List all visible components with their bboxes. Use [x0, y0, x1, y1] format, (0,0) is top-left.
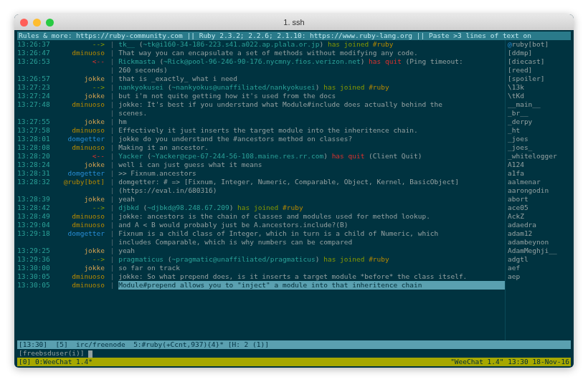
- nicklist-item[interactable]: adaedra: [508, 221, 571, 229]
- nicklist-item[interactable]: _derpy: [508, 118, 571, 126]
- message: scenes.: [118, 109, 505, 118]
- timestamp: 13:28:08: [17, 143, 59, 152]
- nicklist-item[interactable]: [diecast]: [508, 57, 571, 66]
- nick: -->: [59, 255, 106, 264]
- message: domgetter: # => [Fixnum, Integer, Numeri…: [118, 178, 505, 186]
- log-row: 13:30:05dminuoso | jokke: So what prepen…: [17, 272, 505, 281]
- nick: -->: [59, 204, 106, 212]
- nicklist-item[interactable]: [spoiler]: [508, 75, 571, 83]
- log-row: 13:28:08dminuoso | Making it an ancestor…: [17, 143, 505, 152]
- message: yeah: [118, 247, 505, 255]
- log-row: 13:26:47dminuoso | That way you can enca…: [17, 49, 505, 57]
- message: Yacker (~Yacker@cpe-67-244-56-108.maine.…: [118, 152, 505, 161]
- separator: |: [106, 178, 118, 186]
- message: Rickmasta (~Rick@pool-96-246-90-176.nycm…: [118, 57, 505, 66]
- separator: |: [106, 118, 118, 126]
- nicklist-item[interactable]: _joes: [508, 135, 571, 143]
- nicklist-item[interactable]: _ht: [508, 126, 571, 135]
- input-bar[interactable]: [freebsduser(i)]: [17, 349, 571, 358]
- log-row: 13:27:55jokke | hm: [17, 118, 505, 126]
- titlebar[interactable]: 1. ssh: [14, 14, 574, 30]
- timestamp: [17, 109, 59, 118]
- message: (https://eval.in/680316): [118, 186, 505, 195]
- nicklist-item[interactable]: [reed]: [508, 66, 571, 75]
- nicklist-item[interactable]: adgtl: [508, 255, 571, 264]
- log-row: 13:28:42--> | djbkd (~djbkd@98.248.67.20…: [17, 204, 505, 212]
- separator: |: [106, 204, 118, 212]
- message: hm: [118, 118, 505, 126]
- nick: jokke: [59, 75, 106, 83]
- timestamp: 13:28:32: [17, 178, 59, 186]
- separator: |: [106, 169, 118, 178]
- message: and A < B would probably just be A.ances…: [118, 221, 505, 229]
- nicklist-item[interactable]: [ddmp]: [508, 49, 571, 57]
- separator: |: [106, 143, 118, 152]
- message: >> Fixnum.ancestors: [118, 169, 505, 178]
- nicklist-item[interactable]: AdamMeghji__: [508, 247, 571, 255]
- message: jokke: ancestors is the chain of classes…: [118, 212, 505, 221]
- nick: [59, 66, 106, 75]
- nicklist-item[interactable]: abort: [508, 195, 571, 204]
- nicklist-item[interactable]: aarongodin: [508, 186, 571, 195]
- timestamp: [17, 66, 59, 75]
- nick: dminuoso: [59, 272, 106, 281]
- log-row: 13:30:05dminuoso | Module#prepend allows…: [17, 281, 505, 290]
- separator: |: [106, 264, 118, 272]
- timestamp: 13:28:24: [17, 161, 59, 169]
- log-row: 13:28:31domgetter | >> Fixnum.ancestors: [17, 169, 505, 178]
- nicklist-item[interactable]: a1fa: [508, 169, 571, 178]
- timestamp: 13:27:48: [17, 100, 59, 109]
- nicklist-item[interactable]: @ruby[bot]: [508, 40, 571, 49]
- log-row: 13:29:36--> | pragmaticus (~pragmatic@un…: [17, 255, 505, 264]
- nick: jokke: [59, 247, 106, 255]
- terminal-window: 1. ssh Rules & more: https://ruby-commun…: [14, 14, 574, 368]
- separator: |: [106, 152, 118, 161]
- log-row: | 260 seconds): [17, 66, 505, 75]
- nick: dminuoso: [59, 49, 106, 57]
- terminal-content[interactable]: Rules & more: https://ruby-community.com…: [14, 30, 574, 368]
- separator: |: [106, 247, 118, 255]
- separator: |: [106, 135, 118, 143]
- timestamp: 13:28:01: [17, 135, 59, 143]
- nicklist-item[interactable]: adambeynon: [508, 238, 571, 247]
- timestamp: 13:27:55: [17, 118, 59, 126]
- separator: |: [106, 255, 118, 264]
- separator: |: [106, 281, 118, 290]
- log-row: 13:27:58dminuoso | Effectively it just i…: [17, 126, 505, 135]
- log-row: 13:28:49dminuoso | jokke: ancestors is t…: [17, 212, 505, 221]
- nicklist-item[interactable]: aep: [508, 272, 571, 281]
- log-row: 13:28:32@ruby[bot] | domgetter: # => [Fi…: [17, 178, 505, 186]
- nick: dminuoso: [59, 143, 106, 152]
- nicklist-item[interactable]: AckZ: [508, 212, 571, 221]
- message: 260 seconds): [118, 66, 505, 75]
- nicklist-item[interactable]: __main__: [508, 100, 571, 109]
- nick: jokke: [59, 161, 106, 169]
- status-bar: [13:30] [5] irc/freenode 5:#ruby(+Ccnt,9…: [17, 340, 571, 349]
- nick: @ruby[bot]: [59, 178, 106, 186]
- nicklist-item[interactable]: aalmenar: [508, 178, 571, 186]
- timestamp: 13:28:39: [17, 195, 59, 204]
- nick: domgetter: [59, 135, 106, 143]
- chat-log[interactable]: 13:26:37--> | tk__ (~tk@i160-34-186-223.…: [17, 40, 505, 340]
- log-row: 13:28:20<-- | Yacker (~Yacker@cpe-67-244…: [17, 152, 505, 161]
- nicklist-item[interactable]: _br__: [508, 109, 571, 118]
- timestamp: 13:26:37: [17, 40, 59, 49]
- nicklist-item[interactable]: _whitelogger: [508, 152, 571, 161]
- nicklist-item[interactable]: aef: [508, 264, 571, 272]
- timestamp: 13:26:47: [17, 49, 59, 57]
- nicklist[interactable]: @ruby[bot] [ddmp] [diecast] [reed] [spoi…: [505, 40, 571, 340]
- nick: jokke: [59, 264, 106, 272]
- window-title: 1. ssh: [14, 18, 574, 27]
- nick: dminuoso: [59, 212, 106, 221]
- nicklist-item[interactable]: _joes_: [508, 143, 571, 152]
- nicklist-item[interactable]: \13k: [508, 83, 571, 92]
- separator: |: [106, 49, 118, 57]
- nicklist-item[interactable]: ace05: [508, 204, 571, 212]
- nicklist-item[interactable]: adam12: [508, 229, 571, 238]
- nick: dminuoso: [59, 126, 106, 135]
- separator: |: [106, 92, 118, 100]
- log-row: | scenes.: [17, 109, 505, 118]
- nicklist-item[interactable]: A124: [508, 161, 571, 169]
- nicklist-item[interactable]: \tKd: [508, 92, 571, 100]
- timestamp: 13:27:58: [17, 126, 59, 135]
